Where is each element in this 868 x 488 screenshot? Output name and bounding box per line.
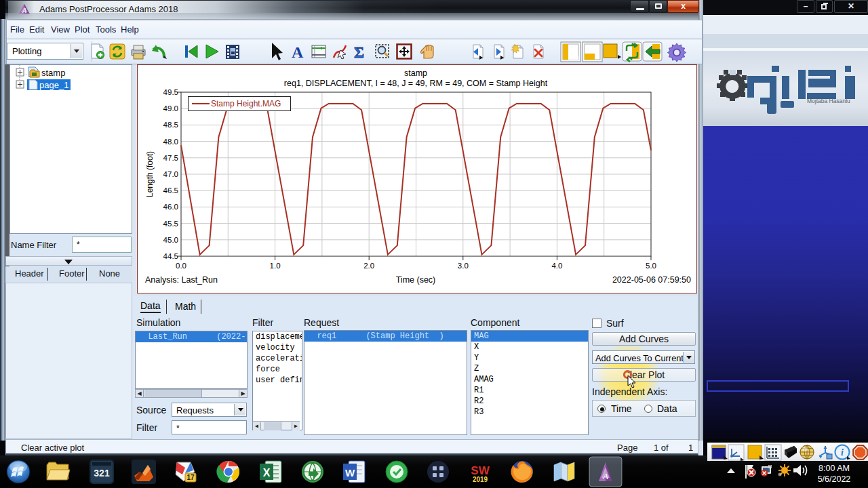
svg-text:47.5: 47.5 (163, 154, 178, 162)
svg-text:47.0: 47.0 (163, 170, 178, 178)
svg-text:44.5: 44.5 (163, 252, 178, 260)
svg-text:req1, DISPLACEMENT, I = 48, J: req1, DISPLACEMENT, I = 48, J = 49, RM =… (284, 79, 548, 88)
svg-text:Σ: Σ (354, 44, 364, 61)
svg-text:48.5: 48.5 (163, 121, 178, 129)
svg-text:A: A (602, 471, 608, 481)
svg-text:0.0: 0.0 (176, 262, 186, 270)
svg-text:Length (foot): Length (foot) (145, 151, 155, 197)
svg-text:A: A (292, 43, 304, 61)
svg-text:45.0: 45.0 (163, 236, 178, 244)
svg-text:321: 321 (94, 468, 110, 479)
svg-text:W: W (345, 467, 355, 479)
svg-text:Time (sec): Time (sec) (396, 275, 436, 285)
svg-text:49.0: 49.0 (163, 104, 178, 113)
svg-text:i: i (841, 447, 844, 458)
svg-text:Mojtaba Hasanlu: Mojtaba Hasanlu (807, 98, 850, 104)
svg-text:48.0: 48.0 (163, 138, 178, 146)
svg-text:stamp: stamp (41, 68, 65, 78)
svg-text:2.0: 2.0 (363, 262, 374, 270)
svg-text:page_1: page_1 (39, 80, 68, 90)
svg-text:1.0: 1.0 (270, 262, 281, 270)
svg-text:Analysis: Last_Run: Analysis: Last_Run (145, 275, 218, 285)
svg-text:X: X (263, 467, 271, 479)
svg-text:45.5: 45.5 (163, 220, 178, 228)
svg-text:Stamp Height.MAG: Stamp Height.MAG (211, 99, 281, 108)
svg-text:3.0: 3.0 (458, 262, 469, 270)
svg-text:17: 17 (186, 474, 195, 481)
svg-text:stamp: stamp (404, 68, 427, 78)
svg-text:2019: 2019 (473, 476, 488, 483)
svg-text:5.0: 5.0 (646, 262, 656, 270)
svg-text:46.5: 46.5 (163, 186, 178, 195)
svg-text:4.0: 4.0 (551, 262, 562, 270)
svg-text:2022-05-06 07:59:50: 2022-05-06 07:59:50 (612, 275, 691, 285)
svg-text:46.0: 46.0 (163, 203, 178, 211)
svg-text:49.5: 49.5 (163, 88, 178, 96)
